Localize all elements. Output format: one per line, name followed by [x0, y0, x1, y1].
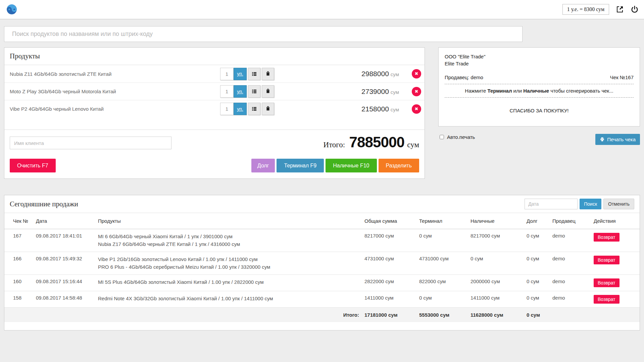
col-debt: Долг — [524, 213, 550, 229]
sale-terminal: 4731000 сум — [416, 252, 468, 275]
price-list-button[interactable] — [248, 68, 260, 80]
sale-check: 167 — [4, 229, 33, 252]
x-icon: ✖ — [415, 71, 418, 76]
power-icon[interactable] — [631, 5, 639, 13]
cash-button[interactable]: Наличные F10 — [326, 159, 377, 172]
app-logo-icon[interactable] — [5, 3, 18, 16]
terminal-button[interactable]: Терминал F9 — [277, 159, 324, 172]
sales-header-row: Чек № Дата Продукты Общая сумма Терминал… — [4, 213, 640, 229]
col-date: Дата — [33, 213, 95, 229]
col-cash: Наличные — [468, 213, 524, 229]
product-search-input[interactable] — [4, 26, 523, 42]
cart-footer: Очистить F7 Долг Терминал F9 Наличные F1… — [4, 155, 425, 178]
sale-row: 160 09.08.2017 15:16:44 MI 5S Plus 4Gb/6… — [4, 275, 640, 291]
sales-search-button[interactable]: Поиск — [580, 199, 601, 209]
cart-spacer — [4, 117, 425, 130]
sales-table: Чек № Дата Продукты Общая сумма Терминал… — [4, 213, 640, 322]
cart-item-price: 2739000сум — [274, 88, 399, 96]
sale-seller: demo — [550, 229, 591, 252]
quantity-input[interactable] — [220, 103, 234, 115]
remove-item-button[interactable]: ✖ — [412, 87, 421, 96]
cart-item-row: Vibe P2 4Gb/64Gb черный Lenovo Китай уп. — [4, 100, 425, 117]
sale-total: 1411000 сум — [362, 291, 416, 308]
sale-products: MI 5S Plus 4Gb/64Gb золотистый Xiaomi Ки… — [95, 275, 362, 291]
price-list-button[interactable] — [248, 85, 260, 98]
list-icon — [251, 106, 257, 112]
sale-row: 166 09.08.2017 15:49:32 Vibe P1 2Gb/16Gb… — [4, 252, 640, 275]
return-button[interactable]: Возврат — [594, 256, 620, 264]
return-button[interactable]: Возврат — [594, 295, 620, 304]
quantity-input[interactable] — [220, 85, 234, 98]
sale-terminal: 0 сум — [416, 291, 468, 308]
sales-bottom-padding — [4, 322, 640, 330]
print-receipt-button[interactable]: Печать чека — [595, 134, 640, 145]
client-name-input[interactable] — [10, 137, 171, 149]
cart-item-row: Moto Z Play 3Gb/64Gb черный Motorola Кит… — [4, 83, 425, 100]
receipt-company-line1: OOO "Elite Trade" — [445, 53, 634, 60]
receipt-divider — [445, 84, 634, 84]
cart-item-controls: уп. — [220, 103, 274, 115]
tag-icon — [265, 71, 271, 77]
totals-label: Итого: — [95, 308, 362, 322]
sale-debt: 0 сум — [524, 291, 550, 308]
sales-panel: Сегодняшние продажи Поиск Отменить Чек №… — [4, 195, 640, 330]
sale-debt: 0 сум — [524, 275, 550, 291]
autoprint-checkbox[interactable] — [440, 135, 444, 139]
receipt-thanks: СПАСИБО ЗА ПОКУПКУ! — [445, 107, 634, 114]
sales-cancel-button[interactable]: Отменить — [603, 199, 634, 209]
totals-terminal: 5553000 сум — [416, 308, 468, 322]
receipt-hint: Нажмите Терминал или Наличные чтобы сген… — [445, 87, 634, 94]
receipt-actions: Авто.печать Печать чека — [438, 134, 640, 145]
unit-button[interactable]: уп. — [234, 68, 247, 80]
sale-total: 8217000 сум — [362, 229, 416, 252]
col-terminal: Терминал — [416, 213, 468, 229]
sale-debt: 0 сум — [524, 229, 550, 252]
cart-panel: Продукты Nubia Z11 4Gb/64Gb золотистый Z… — [4, 47, 425, 179]
tag-button[interactable] — [262, 68, 274, 80]
remove-item-button[interactable]: ✖ — [412, 104, 421, 114]
topbar: 1 у.е. = 8300 сум — [0, 0, 644, 19]
sale-check: 160 — [4, 275, 33, 291]
clear-button[interactable]: Очистить F7 — [10, 159, 56, 172]
list-icon — [251, 71, 257, 77]
sales-filter-controls: Поиск Отменить — [525, 199, 634, 209]
sales-title: Сегодняшние продажи — [10, 200, 78, 208]
external-link-icon[interactable] — [616, 5, 624, 13]
sale-seller: demo — [550, 275, 591, 291]
sale-check: 166 — [4, 252, 33, 275]
sale-products: Vibe P1 2Gb/16Gb золотистый Lenovo Китай… — [95, 252, 362, 275]
sale-seller: demo — [550, 291, 591, 308]
unit-button[interactable]: уп. — [234, 103, 247, 115]
autoprint-toggle[interactable]: Авто.печать — [438, 134, 475, 140]
return-button[interactable]: Возврат — [594, 233, 620, 242]
cart-item-name: Nubia Z11 4Gb/64Gb золотистый ZTE Китай — [10, 71, 220, 77]
sale-date: 09.08.2017 15:49:32 — [33, 252, 95, 275]
tag-button[interactable] — [262, 103, 274, 115]
totals-debt: 0 сум — [524, 308, 550, 322]
cart-item-price: 2158000сум — [274, 105, 399, 113]
date-filter-input[interactable] — [525, 199, 578, 209]
remove-item-button[interactable]: ✖ — [412, 69, 421, 79]
x-icon: ✖ — [415, 89, 418, 94]
tag-icon — [265, 106, 271, 112]
sale-row: 158 09.08.2017 14:58:48 Redmi Note 4X 3G… — [4, 291, 640, 308]
tag-button[interactable] — [262, 85, 274, 98]
return-button[interactable]: Возврат — [594, 278, 620, 287]
x-icon: ✖ — [415, 106, 418, 111]
sale-cash: 0 сум — [468, 252, 524, 275]
printer-icon — [600, 137, 605, 142]
debt-button[interactable]: Долг — [251, 159, 275, 172]
cart-total-section: Итого: 7885000 сум — [4, 130, 425, 155]
sale-cash: 1411000 сум — [468, 291, 524, 308]
payment-buttons: Долг Терминал F9 Наличные F10 Разделить — [251, 159, 419, 172]
autoprint-label: Авто.печать — [447, 134, 475, 140]
receipt-check-number: Чек №167 — [610, 74, 634, 81]
col-seller: Продавец — [550, 213, 591, 229]
quantity-input[interactable] — [220, 68, 234, 80]
cart-item-name: Vibe P2 4Gb/64Gb черный Lenovo Китай — [10, 106, 220, 112]
sale-products: MI 6 6Gb/64Gb черный Xiaomi Китай / 1 уп… — [95, 229, 362, 252]
split-button[interactable]: Разделить — [379, 159, 419, 172]
price-list-button[interactable] — [248, 103, 260, 115]
unit-button[interactable]: уп. — [234, 85, 247, 98]
sale-cash: 2000000 сум — [468, 275, 524, 291]
